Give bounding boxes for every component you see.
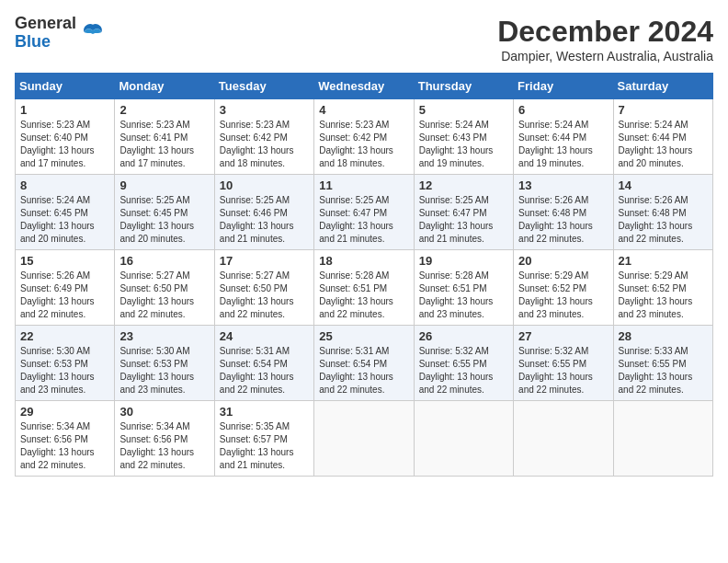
sunrise-label: Sunrise: 5:34 AM (20, 421, 90, 431)
daylight-label: Daylight: 13 hours and 22 minutes. (20, 447, 95, 470)
day-number: 24 (220, 329, 309, 343)
daylight-label: Daylight: 13 hours and 18 minutes. (319, 145, 393, 168)
day-info: Sunrise: 5:25 AM Sunset: 6:46 PM Dayligh… (220, 194, 309, 246)
sunset-label: Sunset: 6:51 PM (419, 283, 487, 293)
sunrise-label: Sunrise: 5:25 AM (319, 195, 389, 205)
day-number: 8 (20, 178, 109, 192)
sunset-label: Sunset: 6:52 PM (518, 283, 586, 293)
day-number: 5 (419, 103, 508, 117)
sunrise-label: Sunrise: 5:25 AM (220, 195, 290, 205)
daylight-label: Daylight: 13 hours and 22 minutes. (119, 447, 194, 470)
day-info: Sunrise: 5:30 AM Sunset: 6:53 PM Dayligh… (20, 345, 109, 396)
calendar-cell: 21 Sunrise: 5:29 AM Sunset: 6:52 PM Dayl… (613, 250, 712, 326)
calendar-cell: 28 Sunrise: 5:33 AM Sunset: 6:55 PM Dayl… (613, 326, 712, 401)
daylight-label: Daylight: 13 hours and 22 minutes. (619, 372, 693, 395)
calendar-week-row: 1 Sunrise: 5:23 AM Sunset: 6:40 PM Dayli… (16, 99, 713, 175)
day-number: 1 (20, 103, 109, 117)
sunset-label: Sunset: 6:53 PM (119, 359, 188, 369)
calendar-cell: 1 Sunrise: 5:23 AM Sunset: 6:40 PM Dayli… (16, 99, 115, 175)
day-number: 26 (419, 329, 508, 343)
day-number: 14 (619, 178, 708, 192)
day-info: Sunrise: 5:23 AM Sunset: 6:40 PM Dayligh… (20, 119, 109, 170)
col-saturday: Saturday (613, 74, 712, 99)
calendar-cell: 23 Sunrise: 5:30 AM Sunset: 6:53 PM Dayl… (115, 326, 214, 401)
day-number: 3 (220, 103, 309, 117)
day-number: 20 (518, 254, 608, 268)
sunrise-label: Sunrise: 5:23 AM (119, 120, 189, 130)
calendar-cell: 4 Sunrise: 5:23 AM Sunset: 6:42 PM Dayli… (314, 99, 414, 175)
daylight-label: Daylight: 13 hours and 21 minutes. (319, 221, 393, 244)
day-number: 13 (518, 178, 608, 192)
calendar-cell: 17 Sunrise: 5:27 AM Sunset: 6:50 PM Dayl… (214, 250, 313, 326)
day-info: Sunrise: 5:29 AM Sunset: 6:52 PM Dayligh… (518, 270, 608, 321)
day-info: Sunrise: 5:24 AM Sunset: 6:44 PM Dayligh… (619, 119, 708, 170)
col-thursday: Thursday (414, 74, 513, 99)
col-monday: Monday (115, 74, 214, 99)
sunset-label: Sunset: 6:41 PM (119, 132, 188, 143)
day-number: 30 (119, 405, 209, 419)
calendar-cell: 10 Sunrise: 5:25 AM Sunset: 6:46 PM Dayl… (214, 175, 313, 250)
calendar-header-row: Sunday Monday Tuesday Wednesday Thursday… (16, 74, 713, 99)
calendar-cell: 14 Sunrise: 5:26 AM Sunset: 6:48 PM Dayl… (613, 175, 712, 250)
calendar-cell: 25 Sunrise: 5:31 AM Sunset: 6:54 PM Dayl… (314, 326, 414, 401)
sunset-label: Sunset: 6:54 PM (220, 359, 288, 369)
sunrise-label: Sunrise: 5:23 AM (220, 120, 290, 130)
day-info: Sunrise: 5:23 AM Sunset: 6:41 PM Dayligh… (119, 119, 209, 170)
day-number: 17 (220, 254, 309, 268)
calendar-cell: 30 Sunrise: 5:34 AM Sunset: 6:56 PM Dayl… (115, 401, 214, 477)
title-area: December 2024 Dampier, Western Australia… (497, 15, 713, 63)
calendar-cell: 26 Sunrise: 5:32 AM Sunset: 6:55 PM Dayl… (414, 326, 513, 401)
calendar-cell: 31 Sunrise: 5:35 AM Sunset: 6:57 PM Dayl… (214, 401, 313, 477)
day-number: 29 (20, 405, 109, 419)
day-info: Sunrise: 5:32 AM Sunset: 6:55 PM Dayligh… (518, 345, 608, 396)
day-number: 9 (119, 178, 209, 192)
sunset-label: Sunset: 6:50 PM (119, 283, 188, 293)
sunrise-label: Sunrise: 5:32 AM (518, 346, 588, 356)
calendar-week-row: 8 Sunrise: 5:24 AM Sunset: 6:45 PM Dayli… (16, 175, 713, 250)
sunrise-label: Sunrise: 5:24 AM (20, 195, 90, 205)
daylight-label: Daylight: 13 hours and 22 minutes. (220, 372, 294, 395)
logo-text: General Blue (15, 15, 76, 52)
sunset-label: Sunset: 6:53 PM (20, 359, 88, 369)
sunset-label: Sunset: 6:43 PM (419, 132, 487, 143)
daylight-label: Daylight: 13 hours and 21 minutes. (220, 447, 294, 470)
logo-bird-icon (80, 20, 106, 46)
sunset-label: Sunset: 6:44 PM (518, 132, 586, 143)
daylight-label: Daylight: 13 hours and 21 minutes. (220, 221, 294, 244)
sunset-label: Sunset: 6:45 PM (119, 208, 188, 218)
calendar-cell: 15 Sunrise: 5:26 AM Sunset: 6:49 PM Dayl… (16, 250, 115, 326)
calendar-cell: 12 Sunrise: 5:25 AM Sunset: 6:47 PM Dayl… (414, 175, 513, 250)
sunset-label: Sunset: 6:55 PM (419, 359, 487, 369)
sunrise-label: Sunrise: 5:29 AM (619, 270, 688, 281)
calendar-cell (514, 401, 613, 477)
day-info: Sunrise: 5:30 AM Sunset: 6:53 PM Dayligh… (119, 345, 209, 396)
calendar-cell: 8 Sunrise: 5:24 AM Sunset: 6:45 PM Dayli… (16, 175, 115, 250)
sunset-label: Sunset: 6:55 PM (518, 359, 586, 369)
page-header: General Blue December 2024 Dampier, West… (15, 15, 713, 63)
sunset-label: Sunset: 6:45 PM (20, 208, 88, 218)
calendar-cell: 2 Sunrise: 5:23 AM Sunset: 6:41 PM Dayli… (115, 99, 214, 175)
day-info: Sunrise: 5:29 AM Sunset: 6:52 PM Dayligh… (619, 270, 708, 321)
col-sunday: Sunday (16, 74, 115, 99)
sunrise-label: Sunrise: 5:25 AM (119, 195, 189, 205)
calendar-week-row: 29 Sunrise: 5:34 AM Sunset: 6:56 PM Dayl… (16, 401, 713, 477)
daylight-label: Daylight: 13 hours and 17 minutes. (20, 145, 95, 168)
daylight-label: Daylight: 13 hours and 22 minutes. (319, 296, 393, 319)
sunset-label: Sunset: 6:49 PM (20, 283, 88, 293)
calendar-cell: 7 Sunrise: 5:24 AM Sunset: 6:44 PM Dayli… (613, 99, 712, 175)
calendar-cell (414, 401, 513, 477)
day-info: Sunrise: 5:28 AM Sunset: 6:51 PM Dayligh… (319, 270, 408, 321)
day-number: 21 (619, 254, 708, 268)
sunrise-label: Sunrise: 5:30 AM (119, 346, 189, 356)
calendar-cell: 5 Sunrise: 5:24 AM Sunset: 6:43 PM Dayli… (414, 99, 513, 175)
day-number: 19 (419, 254, 508, 268)
sunrise-label: Sunrise: 5:28 AM (319, 270, 389, 281)
sunrise-label: Sunrise: 5:27 AM (119, 270, 189, 281)
day-number: 15 (20, 254, 109, 268)
day-info: Sunrise: 5:28 AM Sunset: 6:51 PM Dayligh… (419, 270, 508, 321)
day-number: 25 (319, 329, 408, 343)
daylight-label: Daylight: 13 hours and 18 minutes. (220, 145, 294, 168)
location-subtitle: Dampier, Western Australia, Australia (497, 49, 713, 63)
daylight-label: Daylight: 13 hours and 22 minutes. (319, 372, 393, 395)
col-wednesday: Wednesday (314, 74, 414, 99)
